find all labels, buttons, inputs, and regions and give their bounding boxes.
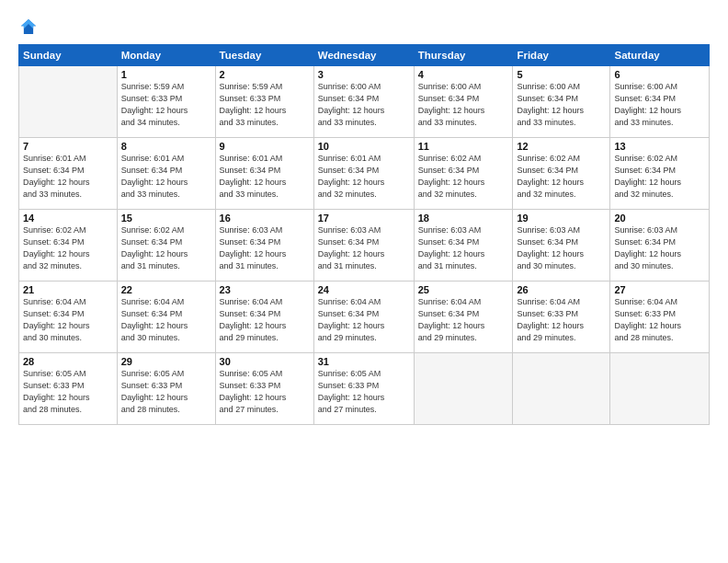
calendar-cell: 8Sunrise: 6:01 AMSunset: 6:34 PMDaylight… bbox=[117, 138, 215, 210]
day-number: 1 bbox=[121, 69, 211, 80]
calendar-cell: 25Sunrise: 6:04 AMSunset: 6:34 PMDayligh… bbox=[414, 282, 513, 353]
day-info: Sunrise: 6:03 AMSunset: 6:34 PMDaylight:… bbox=[517, 224, 606, 272]
week-row-2: 7Sunrise: 6:01 AMSunset: 6:34 PMDaylight… bbox=[19, 138, 710, 210]
day-number: 12 bbox=[517, 141, 606, 152]
day-info: Sunrise: 6:05 AMSunset: 6:33 PMDaylight:… bbox=[318, 368, 410, 416]
calendar-cell: 3Sunrise: 6:00 AMSunset: 6:34 PMDaylight… bbox=[313, 66, 414, 138]
calendar-table: SundayMondayTuesdayWednesdayThursdayFrid… bbox=[18, 44, 710, 425]
day-number: 23 bbox=[220, 284, 310, 295]
day-number: 15 bbox=[121, 213, 211, 224]
day-info: Sunrise: 6:05 AMSunset: 6:33 PMDaylight:… bbox=[220, 368, 310, 416]
day-number: 20 bbox=[614, 213, 705, 224]
weekday-header-friday: Friday bbox=[513, 45, 610, 66]
day-number: 18 bbox=[418, 213, 509, 224]
calendar-cell: 7Sunrise: 6:01 AMSunset: 6:34 PMDaylight… bbox=[19, 138, 118, 210]
week-row-1: 1Sunrise: 5:59 AMSunset: 6:33 PMDaylight… bbox=[19, 66, 710, 138]
calendar-cell bbox=[414, 353, 513, 425]
calendar-cell bbox=[513, 353, 610, 425]
calendar-cell: 11Sunrise: 6:02 AMSunset: 6:34 PMDayligh… bbox=[414, 138, 513, 210]
calendar-cell: 6Sunrise: 6:00 AMSunset: 6:34 PMDaylight… bbox=[610, 66, 710, 138]
day-info: Sunrise: 6:00 AMSunset: 6:34 PMDaylight:… bbox=[418, 81, 509, 129]
day-info: Sunrise: 6:02 AMSunset: 6:34 PMDaylight:… bbox=[614, 153, 705, 201]
day-info: Sunrise: 6:02 AMSunset: 6:34 PMDaylight:… bbox=[418, 153, 509, 201]
calendar-cell: 24Sunrise: 6:04 AMSunset: 6:34 PMDayligh… bbox=[313, 282, 414, 353]
day-info: Sunrise: 6:03 AMSunset: 6:34 PMDaylight:… bbox=[318, 224, 410, 272]
header bbox=[18, 17, 710, 37]
calendar-cell: 15Sunrise: 6:02 AMSunset: 6:34 PMDayligh… bbox=[117, 210, 215, 282]
day-number: 3 bbox=[318, 69, 410, 80]
day-number: 17 bbox=[318, 213, 410, 224]
calendar-cell: 22Sunrise: 6:04 AMSunset: 6:34 PMDayligh… bbox=[117, 282, 215, 353]
day-number: 22 bbox=[121, 284, 211, 295]
day-number: 16 bbox=[220, 213, 310, 224]
day-info: Sunrise: 6:04 AMSunset: 6:34 PMDaylight:… bbox=[220, 296, 310, 344]
day-number: 29 bbox=[121, 356, 211, 367]
day-info: Sunrise: 5:59 AMSunset: 6:33 PMDaylight:… bbox=[121, 81, 211, 129]
calendar-cell bbox=[610, 353, 710, 425]
day-number: 28 bbox=[23, 356, 113, 367]
day-info: Sunrise: 6:03 AMSunset: 6:34 PMDaylight:… bbox=[220, 224, 310, 272]
weekday-header-wednesday: Wednesday bbox=[313, 45, 414, 66]
calendar-cell: 4Sunrise: 6:00 AMSunset: 6:34 PMDaylight… bbox=[414, 66, 513, 138]
calendar-cell: 21Sunrise: 6:04 AMSunset: 6:34 PMDayligh… bbox=[19, 282, 118, 353]
day-number: 13 bbox=[614, 141, 705, 152]
calendar-cell: 29Sunrise: 6:05 AMSunset: 6:33 PMDayligh… bbox=[117, 353, 215, 425]
day-info: Sunrise: 6:05 AMSunset: 6:33 PMDaylight:… bbox=[121, 368, 211, 416]
day-info: Sunrise: 6:00 AMSunset: 6:34 PMDaylight:… bbox=[318, 81, 410, 129]
calendar-cell: 20Sunrise: 6:03 AMSunset: 6:34 PMDayligh… bbox=[610, 210, 710, 282]
weekday-header-row: SundayMondayTuesdayWednesdayThursdayFrid… bbox=[19, 45, 710, 66]
calendar-cell: 14Sunrise: 6:02 AMSunset: 6:34 PMDayligh… bbox=[19, 210, 118, 282]
day-number: 19 bbox=[517, 213, 606, 224]
day-number: 27 bbox=[614, 284, 705, 295]
calendar-cell: 28Sunrise: 6:05 AMSunset: 6:33 PMDayligh… bbox=[19, 353, 118, 425]
calendar-cell: 1Sunrise: 5:59 AMSunset: 6:33 PMDaylight… bbox=[117, 66, 215, 138]
day-info: Sunrise: 6:00 AMSunset: 6:34 PMDaylight:… bbox=[614, 81, 705, 129]
calendar-cell: 31Sunrise: 6:05 AMSunset: 6:33 PMDayligh… bbox=[313, 353, 414, 425]
calendar-cell: 17Sunrise: 6:03 AMSunset: 6:34 PMDayligh… bbox=[313, 210, 414, 282]
day-info: Sunrise: 6:05 AMSunset: 6:33 PMDaylight:… bbox=[23, 368, 113, 416]
calendar-cell: 16Sunrise: 6:03 AMSunset: 6:34 PMDayligh… bbox=[215, 210, 313, 282]
day-number: 8 bbox=[121, 141, 211, 152]
day-info: Sunrise: 6:03 AMSunset: 6:34 PMDaylight:… bbox=[418, 224, 509, 272]
day-info: Sunrise: 6:04 AMSunset: 6:34 PMDaylight:… bbox=[418, 296, 509, 344]
day-info: Sunrise: 6:02 AMSunset: 6:34 PMDaylight:… bbox=[517, 153, 606, 201]
calendar-cell: 30Sunrise: 6:05 AMSunset: 6:33 PMDayligh… bbox=[215, 353, 313, 425]
day-info: Sunrise: 5:59 AMSunset: 6:33 PMDaylight:… bbox=[220, 81, 310, 129]
day-info: Sunrise: 6:02 AMSunset: 6:34 PMDaylight:… bbox=[23, 224, 113, 272]
day-info: Sunrise: 6:01 AMSunset: 6:34 PMDaylight:… bbox=[121, 153, 211, 201]
day-number: 2 bbox=[220, 69, 310, 80]
day-info: Sunrise: 6:04 AMSunset: 6:34 PMDaylight:… bbox=[23, 296, 113, 344]
logo-icon bbox=[18, 17, 39, 37]
day-number: 10 bbox=[318, 141, 410, 152]
day-number: 26 bbox=[517, 284, 606, 295]
calendar-cell: 10Sunrise: 6:01 AMSunset: 6:34 PMDayligh… bbox=[313, 138, 414, 210]
day-number: 30 bbox=[220, 356, 310, 367]
day-info: Sunrise: 6:04 AMSunset: 6:33 PMDaylight:… bbox=[517, 296, 606, 344]
calendar-cell: 27Sunrise: 6:04 AMSunset: 6:33 PMDayligh… bbox=[610, 282, 710, 353]
calendar-cell: 12Sunrise: 6:02 AMSunset: 6:34 PMDayligh… bbox=[513, 138, 610, 210]
week-row-5: 28Sunrise: 6:05 AMSunset: 6:33 PMDayligh… bbox=[19, 353, 710, 425]
week-row-3: 14Sunrise: 6:02 AMSunset: 6:34 PMDayligh… bbox=[19, 210, 710, 282]
weekday-header-saturday: Saturday bbox=[610, 45, 710, 66]
calendar-cell: 19Sunrise: 6:03 AMSunset: 6:34 PMDayligh… bbox=[513, 210, 610, 282]
calendar-cell: 9Sunrise: 6:01 AMSunset: 6:34 PMDaylight… bbox=[215, 138, 313, 210]
page: SundayMondayTuesdayWednesdayThursdayFrid… bbox=[0, 0, 728, 563]
calendar-cell: 13Sunrise: 6:02 AMSunset: 6:34 PMDayligh… bbox=[610, 138, 710, 210]
week-row-4: 21Sunrise: 6:04 AMSunset: 6:34 PMDayligh… bbox=[19, 282, 710, 353]
day-number: 7 bbox=[23, 141, 113, 152]
day-info: Sunrise: 6:03 AMSunset: 6:34 PMDaylight:… bbox=[614, 224, 705, 272]
day-number: 9 bbox=[220, 141, 310, 152]
day-number: 6 bbox=[614, 69, 705, 80]
day-number: 25 bbox=[418, 284, 509, 295]
weekday-header-thursday: Thursday bbox=[414, 45, 513, 66]
day-info: Sunrise: 6:01 AMSunset: 6:34 PMDaylight:… bbox=[220, 153, 310, 201]
day-number: 31 bbox=[318, 356, 410, 367]
calendar-cell: 2Sunrise: 5:59 AMSunset: 6:33 PMDaylight… bbox=[215, 66, 313, 138]
day-info: Sunrise: 6:04 AMSunset: 6:34 PMDaylight:… bbox=[318, 296, 410, 344]
day-info: Sunrise: 6:01 AMSunset: 6:34 PMDaylight:… bbox=[318, 153, 410, 201]
calendar-cell: 18Sunrise: 6:03 AMSunset: 6:34 PMDayligh… bbox=[414, 210, 513, 282]
day-number: 14 bbox=[23, 213, 113, 224]
logo bbox=[18, 17, 42, 37]
day-info: Sunrise: 6:00 AMSunset: 6:34 PMDaylight:… bbox=[517, 81, 606, 129]
day-number: 21 bbox=[23, 284, 113, 295]
